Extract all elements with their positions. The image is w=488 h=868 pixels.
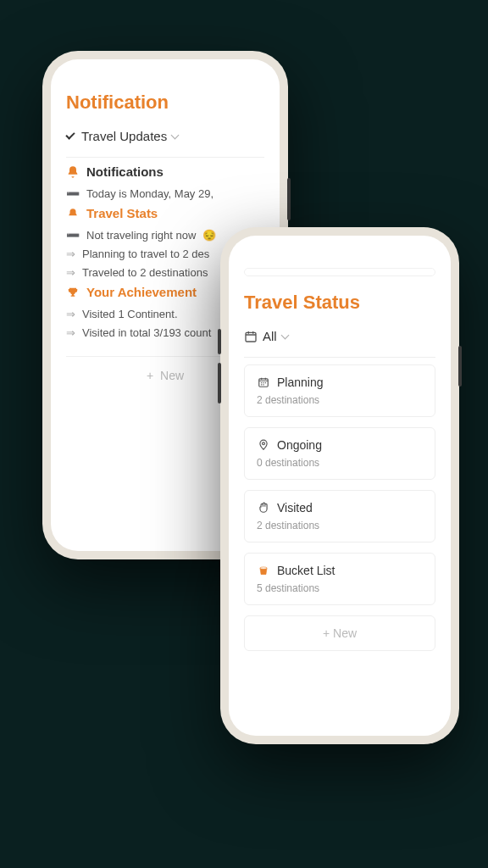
page-title: Travel Status bbox=[244, 292, 435, 314]
travel-stats-heading: Travel Stats bbox=[66, 206, 264, 220]
side-button bbox=[218, 363, 221, 403]
status-card-bucket-list[interactable]: Bucket List 5 destinations bbox=[244, 553, 435, 605]
card-subtitle: 2 destinations bbox=[257, 520, 423, 531]
section-header-all[interactable]: All bbox=[244, 329, 435, 343]
status-card-ongoing[interactable]: Ongoing 0 destinations bbox=[244, 427, 435, 480]
arrow-right-icon: ⇒ bbox=[66, 266, 75, 279]
bullet-icon: ➖ bbox=[66, 187, 80, 200]
card-title-text: Visited bbox=[277, 501, 313, 515]
card-title-text: Bucket List bbox=[277, 564, 335, 577]
svg-point-2 bbox=[263, 442, 265, 445]
card-subtitle: 5 destinations bbox=[257, 582, 423, 594]
side-button bbox=[287, 178, 291, 220]
notifications-title: Notifications bbox=[86, 164, 164, 179]
arrow-right-icon: ⇒ bbox=[66, 326, 75, 339]
arrow-right-icon: ⇒ bbox=[66, 308, 75, 320]
new-label: New bbox=[160, 369, 184, 382]
card-subtitle: 0 destinations bbox=[257, 457, 423, 469]
new-label: New bbox=[333, 626, 357, 640]
section-header-label: All bbox=[263, 329, 277, 343]
notification-text: Today is Monday, May 29, bbox=[86, 187, 214, 200]
phone-right: Travel Status All Planning 2 destination… bbox=[220, 227, 459, 744]
achievement-title: Your Achievement bbox=[86, 285, 197, 299]
divider bbox=[244, 357, 435, 358]
chevron-down-icon bbox=[171, 131, 180, 140]
achievement-text: Visited in total 3/193 count bbox=[82, 326, 211, 339]
chevron-down-icon bbox=[280, 331, 289, 340]
side-button bbox=[218, 329, 221, 354]
status-card-planning[interactable]: Planning 2 destinations bbox=[244, 364, 435, 417]
stat-text: Planning to travel to 2 des bbox=[82, 248, 209, 260]
bucket-icon bbox=[257, 564, 270, 577]
partial-top-card bbox=[244, 268, 435, 276]
bell-filled-icon bbox=[66, 207, 80, 220]
stat-text: Traveled to 2 destinations bbox=[82, 266, 208, 279]
travel-stats-title: Travel Stats bbox=[86, 206, 158, 220]
notifications-heading: Notifications bbox=[66, 164, 264, 179]
trophy-icon bbox=[66, 286, 80, 299]
svg-rect-0 bbox=[246, 332, 256, 342]
hand-wave-icon bbox=[257, 501, 270, 515]
screen-right: Travel Status All Planning 2 destination… bbox=[229, 236, 451, 736]
calendar-grid-icon bbox=[257, 376, 270, 389]
plus-icon: + bbox=[323, 626, 330, 640]
bullet-icon: ➖ bbox=[66, 229, 80, 242]
check-icon bbox=[65, 130, 75, 139]
side-button bbox=[458, 346, 462, 387]
card-title-text: Planning bbox=[277, 376, 324, 389]
card-title-text: Ongoing bbox=[277, 438, 322, 452]
page-title: Notification bbox=[66, 92, 264, 114]
section-header-travel-updates[interactable]: Travel Updates bbox=[66, 129, 264, 143]
section-header-label: Travel Updates bbox=[81, 129, 167, 143]
pin-icon bbox=[257, 438, 270, 452]
status-card-visited[interactable]: Visited 2 destinations bbox=[244, 490, 435, 542]
bell-icon bbox=[66, 165, 80, 179]
divider bbox=[66, 157, 264, 158]
notification-line-today: ➖ Today is Monday, May 29, bbox=[66, 187, 264, 200]
new-button[interactable]: + New bbox=[244, 615, 435, 651]
plus-icon: + bbox=[147, 369, 153, 382]
achievement-text: Visited 1 Continent. bbox=[82, 308, 178, 320]
svg-point-3 bbox=[260, 567, 267, 569]
stat-text: Not traveling right now bbox=[86, 229, 196, 242]
card-subtitle: 2 destinations bbox=[257, 394, 423, 406]
emoji-face-icon: 😔 bbox=[202, 229, 216, 242]
calendar-icon bbox=[244, 330, 258, 343]
arrow-right-icon: ⇒ bbox=[66, 248, 75, 260]
